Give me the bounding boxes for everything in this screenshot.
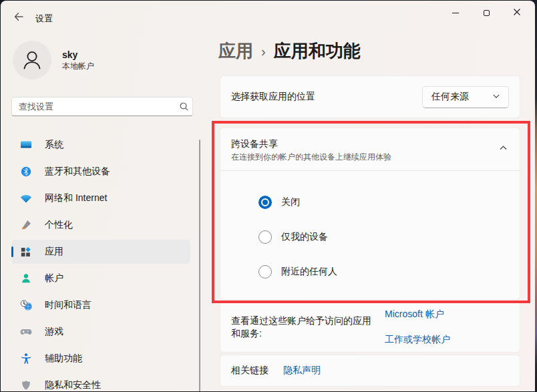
privacy-statement-link[interactable]: 隐私声明 xyxy=(283,365,321,377)
share-card-subtitle: 在连接到你的帐户的其他设备上继续应用体验 xyxy=(231,152,509,163)
radio-label: 附近的任何人 xyxy=(281,266,337,278)
accounts-access-card: 查看通过这些账户给予访问的应用和服务: Microsoft 帐户 工作或学校帐户 xyxy=(220,301,520,353)
radio-option-my-devices-only[interactable]: 仅我的设备 xyxy=(258,220,520,254)
accounts-access-label: 查看通过这些账户给予访问的应用和服务: xyxy=(231,315,377,340)
chevron-down-icon xyxy=(492,91,500,102)
related-links-card: 相关链接 隐私声明 xyxy=(220,355,520,387)
radio-icon[interactable] xyxy=(258,265,272,278)
share-card-header[interactable]: 跨设备共享 在连接到你的帐户的其他设备上继续应用体验 xyxy=(220,128,520,170)
app-source-dropdown[interactable]: 任何来源 xyxy=(422,86,509,108)
dropdown-value: 任何来源 xyxy=(431,91,469,103)
main-content: 应用 › 应用和功能 选择获取应用的位置 任何来源 跨设备共享 在连接到你的帐户… xyxy=(1,1,535,391)
related-links-label: 相关链接 xyxy=(231,365,268,377)
work-school-account-link[interactable]: 工作或学校帐户 xyxy=(385,334,450,346)
radio-option-off[interactable]: 关闭 xyxy=(258,185,520,220)
chevron-up-icon[interactable] xyxy=(499,143,508,155)
breadcrumb: 应用 › 应用和功能 xyxy=(218,39,361,63)
app-source-card: 选择获取应用的位置 任何来源 xyxy=(220,75,520,118)
share-options: 关闭 仅我的设备 附近的任何人 xyxy=(220,171,520,289)
app-source-label: 选择获取应用的位置 xyxy=(231,91,315,103)
radio-option-everyone-nearby[interactable]: 附近的任何人 xyxy=(258,254,520,289)
share-across-devices-card: 跨设备共享 在连接到你的帐户的其他设备上继续应用体验 关闭 仅我的设备 xyxy=(220,128,520,300)
radio-label: 关闭 xyxy=(281,196,300,208)
breadcrumb-separator: › xyxy=(261,43,266,59)
share-card-title: 跨设备共享 xyxy=(231,137,509,150)
radio-icon[interactable] xyxy=(258,230,272,244)
settings-window: 设置 sky 本地帐户 xyxy=(1,1,535,391)
page-title: 应用和功能 xyxy=(274,39,361,63)
breadcrumb-parent[interactable]: 应用 xyxy=(218,39,253,63)
radio-label: 仅我的设备 xyxy=(281,231,328,243)
radio-icon[interactable] xyxy=(258,196,272,209)
microsoft-account-link[interactable]: Microsoft 帐户 xyxy=(385,309,450,321)
